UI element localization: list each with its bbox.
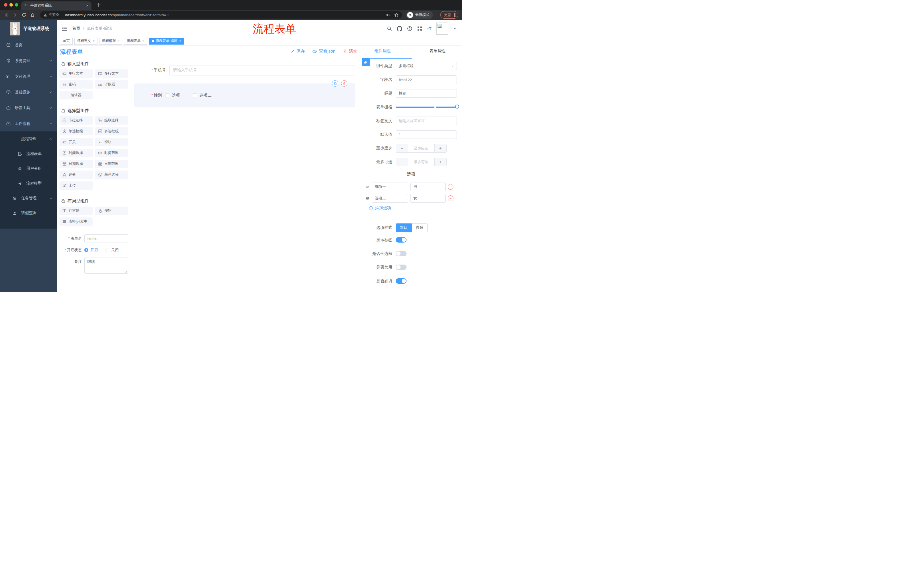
sidebar-item-leave-query[interactable]: 请假查询 bbox=[0, 206, 57, 220]
component-item[interactable]: 密码 bbox=[59, 80, 92, 89]
component-item[interactable]: 时间选择 bbox=[59, 149, 92, 157]
save-button[interactable]: 保存 bbox=[290, 49, 305, 54]
address-bar[interactable]: 不安全 dashboard.yudao.iocoder.cn /bpm/mana… bbox=[40, 11, 402, 18]
sidebar-item-process-model[interactable]: 流程模型 bbox=[0, 176, 57, 191]
title-input[interactable]: 性别 bbox=[396, 89, 457, 98]
tag-close-icon[interactable]: × bbox=[118, 39, 119, 43]
forward-icon[interactable] bbox=[13, 13, 18, 17]
toggle-switch-disabled[interactable] bbox=[396, 265, 406, 270]
component-item[interactable]: 按钮 bbox=[95, 207, 129, 215]
plus-button[interactable]: + bbox=[434, 158, 446, 166]
minus-button[interactable]: − bbox=[396, 158, 408, 166]
default-value-input[interactable]: 1 bbox=[396, 130, 457, 139]
home-icon[interactable] bbox=[30, 13, 35, 17]
checkbox-option[interactable]: 选项一 bbox=[165, 93, 184, 98]
component-item[interactable]: 上传 bbox=[59, 181, 92, 190]
add-option-button[interactable]: 添加选项 bbox=[369, 206, 457, 211]
label-width-input[interactable]: 请输入标签宽度 bbox=[396, 117, 457, 125]
checkbox-icon[interactable] bbox=[165, 94, 169, 97]
clear-button[interactable]: 清空 bbox=[343, 49, 357, 54]
plus-button[interactable]: + bbox=[434, 144, 446, 152]
style-button-button[interactable]: 按钮 bbox=[412, 224, 428, 232]
tag-process-form-edit[interactable]: 流程表单-编辑× bbox=[149, 38, 184, 44]
component-item[interactable]: 表格[开发中] bbox=[59, 217, 92, 226]
sidebar-item-user-group[interactable]: 用户分组 bbox=[0, 161, 57, 176]
max-select-input[interactable]: 最多可选 bbox=[408, 158, 434, 166]
search-icon[interactable] bbox=[387, 26, 392, 31]
tag-close-icon[interactable]: × bbox=[143, 39, 144, 43]
toggle-switch-show-label[interactable] bbox=[396, 237, 406, 243]
breadcrumb-home[interactable]: 首页 bbox=[72, 26, 80, 31]
remove-option-button[interactable]: − bbox=[448, 184, 454, 190]
tab-component-props[interactable]: 组件属性 bbox=[375, 49, 391, 54]
form-grid-slider[interactable] bbox=[396, 107, 457, 108]
sidebar-item-system[interactable]: 系统管理 bbox=[0, 53, 57, 69]
component-item[interactable]: 日期选择 bbox=[59, 160, 92, 168]
status-off-radio[interactable]: 关闭 bbox=[105, 247, 119, 253]
form-name-input[interactable]: biubiu bbox=[84, 234, 129, 243]
reload-icon[interactable] bbox=[22, 13, 26, 17]
remark-textarea[interactable]: 嘿嘿 bbox=[84, 257, 129, 274]
sidebar-item-process-form[interactable]: 流程表单 bbox=[0, 146, 57, 161]
toggle-switch-required[interactable] bbox=[396, 278, 406, 284]
tag-process-form[interactable]: 流程表单× bbox=[124, 38, 147, 44]
delete-component-button[interactable] bbox=[341, 80, 347, 87]
checkbox-option[interactable]: 选项二 bbox=[193, 93, 211, 98]
component-item[interactable]: 123计数器 bbox=[95, 80, 129, 89]
phone-input[interactable]: 请输入手机号 bbox=[169, 65, 355, 76]
component-item[interactable]: 滑块 bbox=[95, 138, 129, 146]
tag-close-icon[interactable]: × bbox=[180, 39, 181, 43]
resize-handle-icon[interactable] bbox=[125, 271, 127, 273]
copy-component-button[interactable] bbox=[332, 80, 338, 87]
tag-home[interactable]: 首页 bbox=[60, 38, 73, 44]
component-item[interactable]: 编辑器 bbox=[59, 91, 92, 99]
field-name-input[interactable]: field122 bbox=[396, 76, 457, 84]
avatar[interactable] bbox=[436, 23, 448, 35]
option-label-input[interactable]: 选项一 bbox=[372, 183, 408, 191]
fullscreen-icon[interactable] bbox=[417, 26, 422, 31]
tag-process-model[interactable]: 流程模型× bbox=[99, 38, 122, 44]
tab-close-icon[interactable] bbox=[86, 4, 89, 7]
phone-field-row[interactable]: *手机号 请输入手机号 bbox=[134, 65, 355, 76]
component-item[interactable]: 单选框组 bbox=[59, 127, 92, 135]
browser-tab[interactable]: 芋道管理系统 bbox=[21, 2, 91, 10]
component-item[interactable]: 开关 bbox=[59, 138, 92, 146]
tag-process-def[interactable]: 流程定义× bbox=[74, 38, 97, 44]
sidebar-item-task-mgmt[interactable]: 任务管理 bbox=[0, 191, 57, 206]
avatar-caret-down-icon[interactable] bbox=[453, 27, 456, 30]
sidebar-item-process-mgmt[interactable]: 流程管理 bbox=[0, 132, 57, 146]
help-icon[interactable] bbox=[407, 26, 412, 31]
close-window-button[interactable] bbox=[4, 3, 7, 7]
new-tab-button[interactable] bbox=[96, 2, 101, 7]
component-item[interactable]: 日期范围 bbox=[95, 160, 129, 168]
minus-button[interactable]: − bbox=[396, 144, 408, 152]
checkbox-icon[interactable] bbox=[193, 94, 197, 97]
browser-update-button[interactable]: 更新 ●●● bbox=[440, 11, 458, 18]
link-icon[interactable] bbox=[361, 58, 370, 66]
sidebar-item-workflow[interactable]: 工作流程 bbox=[0, 116, 57, 132]
component-item[interactable]: 颜色选择 bbox=[95, 171, 129, 179]
component-item[interactable]: 多行文本 bbox=[95, 69, 129, 78]
not-secure-label[interactable]: 不安全 bbox=[49, 13, 59, 17]
sidebar-logo[interactable]: 芋道管理系统 bbox=[0, 20, 57, 37]
component-item[interactable]: 时间范围 bbox=[95, 149, 129, 157]
component-item[interactable]: 级联选择 bbox=[95, 116, 129, 125]
tag-close-icon[interactable]: × bbox=[93, 39, 95, 43]
style-default-button[interactable]: 默认 bbox=[396, 224, 412, 232]
component-item[interactable]: 评分 bbox=[59, 171, 92, 179]
minimize-window-button[interactable] bbox=[10, 3, 13, 7]
view-json-button[interactable]: 查看json bbox=[312, 49, 335, 54]
min-select-input[interactable]: 至少应选 bbox=[408, 144, 434, 152]
bookmark-star-icon[interactable] bbox=[394, 13, 399, 17]
password-key-icon[interactable] bbox=[386, 13, 390, 17]
sidebar-item-infra[interactable]: 基础设施 bbox=[0, 84, 57, 100]
github-icon[interactable] bbox=[397, 26, 402, 31]
zoom-window-button[interactable] bbox=[15, 3, 18, 7]
component-item[interactable]: 单行文本 bbox=[59, 69, 92, 78]
toggle-switch-with-border[interactable] bbox=[396, 251, 406, 256]
component-item[interactable]: 行容器 bbox=[59, 207, 92, 215]
component-item[interactable]: 下拉选择 bbox=[59, 116, 92, 125]
tab-form-props[interactable]: 表单属性 bbox=[429, 49, 446, 54]
option-value-input[interactable]: 女 bbox=[410, 194, 446, 202]
font-size-icon[interactable]: TT bbox=[427, 26, 431, 31]
